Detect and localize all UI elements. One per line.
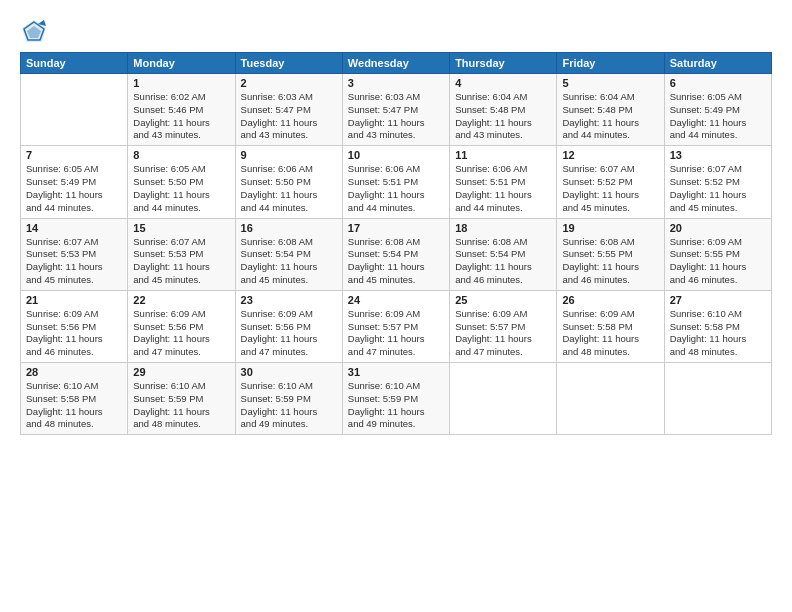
day-number: 7 (26, 149, 122, 161)
day-number: 9 (241, 149, 337, 161)
day-info: Sunrise: 6:07 AM Sunset: 5:52 PM Dayligh… (562, 163, 658, 214)
day-info: Sunrise: 6:06 AM Sunset: 5:51 PM Dayligh… (455, 163, 551, 214)
day-cell: 17Sunrise: 6:08 AM Sunset: 5:54 PM Dayli… (342, 218, 449, 290)
day-info: Sunrise: 6:09 AM Sunset: 5:57 PM Dayligh… (348, 308, 444, 359)
day-number: 14 (26, 222, 122, 234)
day-info: Sunrise: 6:05 AM Sunset: 5:50 PM Dayligh… (133, 163, 229, 214)
day-cell: 11Sunrise: 6:06 AM Sunset: 5:51 PM Dayli… (450, 146, 557, 218)
col-header-saturday: Saturday (664, 53, 771, 74)
day-number: 31 (348, 366, 444, 378)
day-number: 27 (670, 294, 766, 306)
day-info: Sunrise: 6:09 AM Sunset: 5:57 PM Dayligh… (455, 308, 551, 359)
day-cell: 9Sunrise: 6:06 AM Sunset: 5:50 PM Daylig… (235, 146, 342, 218)
day-info: Sunrise: 6:09 AM Sunset: 5:56 PM Dayligh… (241, 308, 337, 359)
day-cell: 16Sunrise: 6:08 AM Sunset: 5:54 PM Dayli… (235, 218, 342, 290)
day-info: Sunrise: 6:10 AM Sunset: 5:59 PM Dayligh… (241, 380, 337, 431)
day-info: Sunrise: 6:10 AM Sunset: 5:58 PM Dayligh… (670, 308, 766, 359)
day-cell (21, 74, 128, 146)
day-number: 3 (348, 77, 444, 89)
col-header-sunday: Sunday (21, 53, 128, 74)
header (20, 18, 772, 46)
header-row: SundayMondayTuesdayWednesdayThursdayFrid… (21, 53, 772, 74)
calendar-table: SundayMondayTuesdayWednesdayThursdayFrid… (20, 52, 772, 435)
day-cell: 23Sunrise: 6:09 AM Sunset: 5:56 PM Dayli… (235, 290, 342, 362)
day-info: Sunrise: 6:10 AM Sunset: 5:58 PM Dayligh… (26, 380, 122, 431)
day-cell: 18Sunrise: 6:08 AM Sunset: 5:54 PM Dayli… (450, 218, 557, 290)
day-cell: 30Sunrise: 6:10 AM Sunset: 5:59 PM Dayli… (235, 363, 342, 435)
day-number: 4 (455, 77, 551, 89)
day-number: 12 (562, 149, 658, 161)
col-header-thursday: Thursday (450, 53, 557, 74)
day-number: 26 (562, 294, 658, 306)
day-number: 11 (455, 149, 551, 161)
day-info: Sunrise: 6:04 AM Sunset: 5:48 PM Dayligh… (562, 91, 658, 142)
day-number: 13 (670, 149, 766, 161)
day-cell: 1Sunrise: 6:02 AM Sunset: 5:46 PM Daylig… (128, 74, 235, 146)
day-info: Sunrise: 6:08 AM Sunset: 5:55 PM Dayligh… (562, 236, 658, 287)
day-cell: 25Sunrise: 6:09 AM Sunset: 5:57 PM Dayli… (450, 290, 557, 362)
day-info: Sunrise: 6:08 AM Sunset: 5:54 PM Dayligh… (241, 236, 337, 287)
logo (20, 18, 52, 46)
col-header-monday: Monday (128, 53, 235, 74)
day-cell: 5Sunrise: 6:04 AM Sunset: 5:48 PM Daylig… (557, 74, 664, 146)
day-cell: 3Sunrise: 6:03 AM Sunset: 5:47 PM Daylig… (342, 74, 449, 146)
day-cell: 13Sunrise: 6:07 AM Sunset: 5:52 PM Dayli… (664, 146, 771, 218)
day-cell: 7Sunrise: 6:05 AM Sunset: 5:49 PM Daylig… (21, 146, 128, 218)
day-info: Sunrise: 6:07 AM Sunset: 5:53 PM Dayligh… (133, 236, 229, 287)
day-number: 8 (133, 149, 229, 161)
week-row-5: 28Sunrise: 6:10 AM Sunset: 5:58 PM Dayli… (21, 363, 772, 435)
day-info: Sunrise: 6:08 AM Sunset: 5:54 PM Dayligh… (455, 236, 551, 287)
day-number: 18 (455, 222, 551, 234)
day-number: 1 (133, 77, 229, 89)
day-number: 29 (133, 366, 229, 378)
day-info: Sunrise: 6:10 AM Sunset: 5:59 PM Dayligh… (133, 380, 229, 431)
day-cell: 28Sunrise: 6:10 AM Sunset: 5:58 PM Dayli… (21, 363, 128, 435)
day-number: 10 (348, 149, 444, 161)
day-cell: 24Sunrise: 6:09 AM Sunset: 5:57 PM Dayli… (342, 290, 449, 362)
day-info: Sunrise: 6:10 AM Sunset: 5:59 PM Dayligh… (348, 380, 444, 431)
day-cell: 8Sunrise: 6:05 AM Sunset: 5:50 PM Daylig… (128, 146, 235, 218)
week-row-1: 1Sunrise: 6:02 AM Sunset: 5:46 PM Daylig… (21, 74, 772, 146)
day-cell: 15Sunrise: 6:07 AM Sunset: 5:53 PM Dayli… (128, 218, 235, 290)
day-number: 5 (562, 77, 658, 89)
col-header-wednesday: Wednesday (342, 53, 449, 74)
day-number: 2 (241, 77, 337, 89)
day-cell: 22Sunrise: 6:09 AM Sunset: 5:56 PM Dayli… (128, 290, 235, 362)
day-number: 25 (455, 294, 551, 306)
day-info: Sunrise: 6:08 AM Sunset: 5:54 PM Dayligh… (348, 236, 444, 287)
day-number: 15 (133, 222, 229, 234)
day-info: Sunrise: 6:09 AM Sunset: 5:56 PM Dayligh… (133, 308, 229, 359)
day-cell: 14Sunrise: 6:07 AM Sunset: 5:53 PM Dayli… (21, 218, 128, 290)
week-row-2: 7Sunrise: 6:05 AM Sunset: 5:49 PM Daylig… (21, 146, 772, 218)
day-cell: 10Sunrise: 6:06 AM Sunset: 5:51 PM Dayli… (342, 146, 449, 218)
page: SundayMondayTuesdayWednesdayThursdayFrid… (0, 0, 792, 612)
day-cell: 20Sunrise: 6:09 AM Sunset: 5:55 PM Dayli… (664, 218, 771, 290)
day-info: Sunrise: 6:06 AM Sunset: 5:50 PM Dayligh… (241, 163, 337, 214)
day-info: Sunrise: 6:06 AM Sunset: 5:51 PM Dayligh… (348, 163, 444, 214)
day-number: 23 (241, 294, 337, 306)
day-number: 16 (241, 222, 337, 234)
day-cell: 27Sunrise: 6:10 AM Sunset: 5:58 PM Dayli… (664, 290, 771, 362)
day-number: 19 (562, 222, 658, 234)
day-number: 20 (670, 222, 766, 234)
day-info: Sunrise: 6:09 AM Sunset: 5:56 PM Dayligh… (26, 308, 122, 359)
day-cell: 19Sunrise: 6:08 AM Sunset: 5:55 PM Dayli… (557, 218, 664, 290)
day-cell (557, 363, 664, 435)
day-cell: 31Sunrise: 6:10 AM Sunset: 5:59 PM Dayli… (342, 363, 449, 435)
col-header-tuesday: Tuesday (235, 53, 342, 74)
day-number: 22 (133, 294, 229, 306)
day-cell: 29Sunrise: 6:10 AM Sunset: 5:59 PM Dayli… (128, 363, 235, 435)
day-cell: 4Sunrise: 6:04 AM Sunset: 5:48 PM Daylig… (450, 74, 557, 146)
day-number: 30 (241, 366, 337, 378)
week-row-4: 21Sunrise: 6:09 AM Sunset: 5:56 PM Dayli… (21, 290, 772, 362)
day-info: Sunrise: 6:03 AM Sunset: 5:47 PM Dayligh… (348, 91, 444, 142)
week-row-3: 14Sunrise: 6:07 AM Sunset: 5:53 PM Dayli… (21, 218, 772, 290)
day-cell (450, 363, 557, 435)
day-info: Sunrise: 6:09 AM Sunset: 5:55 PM Dayligh… (670, 236, 766, 287)
day-number: 24 (348, 294, 444, 306)
day-number: 17 (348, 222, 444, 234)
day-info: Sunrise: 6:09 AM Sunset: 5:58 PM Dayligh… (562, 308, 658, 359)
day-number: 6 (670, 77, 766, 89)
day-info: Sunrise: 6:03 AM Sunset: 5:47 PM Dayligh… (241, 91, 337, 142)
day-cell: 6Sunrise: 6:05 AM Sunset: 5:49 PM Daylig… (664, 74, 771, 146)
